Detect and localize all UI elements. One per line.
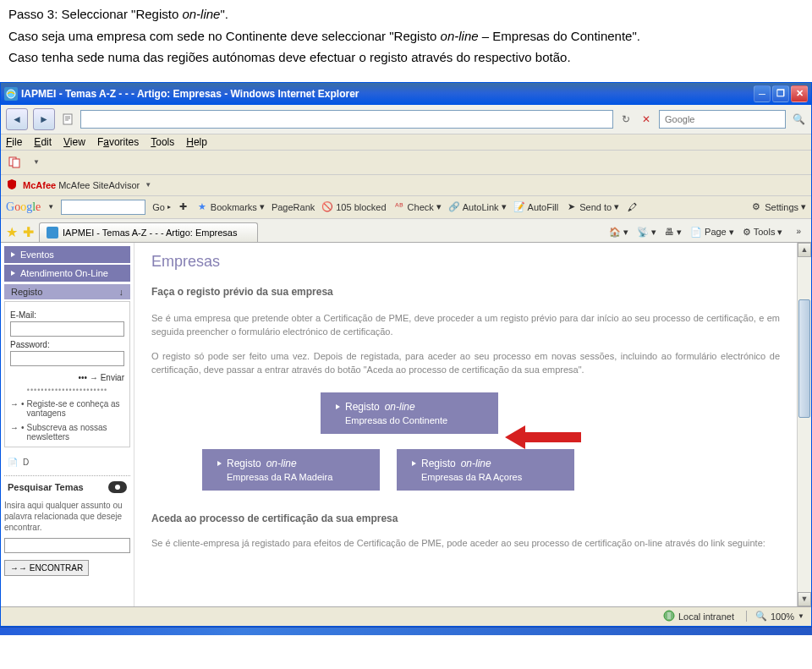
scroll-thumb[interactable] [798,299,810,418]
print-button[interactable]: 🖶▾ [665,227,682,238]
sidebar-registo-header: Registo ↓ [4,284,130,299]
mcafee-shield-icon [6,178,18,192]
add-favorites-icon[interactable]: ✚ [23,224,34,240]
vertical-scrollbar[interactable]: ▲ ▼ [797,243,811,606]
password-label: Password: [10,340,124,349]
browser-window: IAPMEI - Temas A-Z - - - Artigo: Empresa… [0,82,812,627]
zoom-icon: 🔍 [755,611,767,622]
arrow-icon [336,404,340,409]
menu-edit[interactable]: Edit [34,136,52,148]
google-sendto[interactable]: ➤Send to▾ [565,201,619,213]
svg-rect-6 [667,612,671,619]
tools-icon: ⚙ [743,227,751,238]
mcafee-toolbar: McAfee McAfee SiteAdvisor ▼ [1,175,811,196]
document-instructions: Passo 3: Seleccionar "Registo on-line". … [0,0,812,82]
convert-icon[interactable] [6,154,23,171]
page-icon [60,112,75,127]
menu-tools[interactable]: Tools [151,136,174,148]
main-content: Empresas Faça o registo prévio da sua em… [134,243,797,606]
more-chevron-icon[interactable]: » [791,227,806,238]
maximize-button[interactable]: ❐ [772,85,789,102]
arrow-icon [11,271,15,276]
print-icon: 🖶 [665,227,674,237]
scroll-track[interactable] [798,257,811,592]
favorites-star-icon[interactable]: ★ [6,224,18,240]
tab-bar: ★ ✚ IAPMEI - Temas A-Z - - - Artigo: Emp… [1,219,811,243]
page-title: Empresas [151,253,780,271]
encontrar-button[interactable]: →→ ENCONTRAR [4,560,89,576]
arrow-icon [11,252,15,257]
page-icon: 📄 [690,227,702,238]
google-autolink[interactable]: 🔗AutoLink▾ [448,201,507,213]
mcafee-dropdown-icon[interactable]: ▼ [145,181,151,189]
feeds-button[interactable]: 📡▾ [637,227,656,238]
forward-button[interactable]: ► [33,108,55,130]
minimize-button[interactable]: ─ [754,85,771,102]
divider: ••••••••••••••••••••••• [10,386,124,394]
google-check[interactable]: ᴬᴮCheck▾ [393,201,442,213]
google-blocked[interactable]: 🚫105 blocked [321,201,386,213]
password-input[interactable] [10,351,124,366]
google-highlight-icon[interactable]: 🖍 [626,201,638,213]
arrow-icon [217,461,222,466]
google-new-icon[interactable]: ✚ [178,201,189,213]
tab-favicon-icon [47,227,58,239]
stop-icon[interactable]: ✕ [639,112,654,127]
menu-help[interactable]: Help [186,136,207,148]
browser-tab[interactable]: IAPMEI - Temas A-Z - - - Artigo: Empresa… [39,222,258,242]
registo-acores-button[interactable]: Registo on-line Empresas da RA Açores [397,449,574,491]
status-bar: Local intranet 🔍 100% ▼ [1,606,811,626]
sidebar-item-eventos[interactable]: Eventos [4,246,130,263]
scroll-up-button[interactable]: ▲ [798,243,811,257]
section-title: Faça o registo prévio da sua empresa [151,286,780,298]
search-themes-text: Insira aqui qualquer assunto ou palavra … [4,500,130,533]
google-toolbar: Google ▼ Go ▸ ✚ ★Bookmarks▾ PageRank 🚫10… [1,196,811,219]
dropdown-icon[interactable]: ▼ [28,154,45,171]
google-search-input[interactable] [61,200,145,215]
email-input[interactable] [10,321,124,337]
email-label: E-Mail: [10,310,124,320]
doc-icon: 📄 [8,458,18,467]
zoom-control[interactable]: 🔍 100% ▼ [746,611,804,622]
registo-madeira-button[interactable]: Registo on-line Empresas da RA Madeira [202,449,380,491]
paragraph-1: Se é uma empresa que pretende obter a Ce… [151,311,780,339]
search-icon[interactable]: 🔍 [791,112,806,127]
paragraph-3: Se é cliente-empresa já registado para e… [151,536,780,551]
taskbar [0,627,812,635]
sidebar-item-atendimento[interactable]: Atendimento On-Line [4,265,130,282]
home-icon: 🏠 [609,227,621,238]
tools-menu[interactable]: ⚙Tools ▾ [743,227,783,238]
menu-file[interactable]: File [6,136,22,148]
intranet-icon [663,610,675,623]
google-autofill[interactable]: 📝AutoFill [513,201,559,213]
security-zone: Local intranet [663,610,734,623]
refresh-icon[interactable]: ↻ [618,112,634,127]
mcafee-label: McAfee McAfee SiteAdvisor [23,180,140,190]
google-pagerank[interactable]: PageRank [272,202,315,212]
paragraph-2: O registo só pode ser feito uma vez. Dep… [151,349,780,377]
menu-view[interactable]: View [63,136,85,148]
subscribe-link[interactable]: →•Subscreva as nossas newsletters [10,423,124,441]
google-settings[interactable]: ⚙Settings▾ [750,201,806,213]
url-input[interactable] [80,110,613,129]
google-logo: Google [6,200,41,214]
page-menu[interactable]: 📄Page ▾ [690,227,734,238]
search-themes-input[interactable] [4,538,130,553]
window-title: IAPMEI - Temas A-Z - - - Artigo: Empresa… [21,88,754,100]
menu-favorites[interactable]: Favorites [97,136,139,148]
svg-rect-3 [13,159,19,167]
google-bookmarks[interactable]: ★Bookmarks▾ [196,201,265,213]
scroll-down-button[interactable]: ▼ [798,592,811,606]
register-link[interactable]: →•Registe-se e conheça as vantagens [10,399,124,418]
google-dropdown-icon[interactable]: ▼ [47,203,54,211]
close-button[interactable]: ✕ [791,85,808,102]
home-button[interactable]: 🏠▾ [609,227,628,238]
titlebar: IAPMEI - Temas A-Z - - - Artigo: Empresa… [1,83,811,105]
google-go-button[interactable]: Go ▸ [152,202,171,212]
sidebar-d-item[interactable]: 📄 D [4,454,130,470]
sidebar: Eventos Atendimento On-Line Registo ↓ E-… [1,243,134,606]
registo-continente-button[interactable]: Registo on-line Empresas do Continente [321,392,498,434]
enviar-button[interactable]: ••• → Enviar [10,373,124,382]
search-input[interactable] [659,110,786,129]
back-button[interactable]: ◄ [6,108,28,130]
